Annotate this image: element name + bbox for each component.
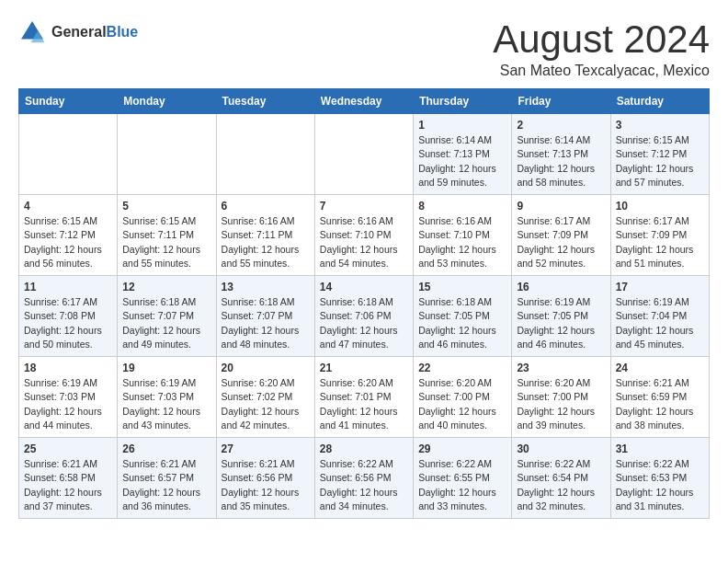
day-number: 8 [418,200,506,213]
day-cell: 20Sunrise: 6:20 AM Sunset: 7:02 PM Dayli… [216,357,314,438]
location: San Mateo Texcalyacac, Mexico [493,63,710,79]
day-number: 17 [616,281,704,293]
day-number: 2 [517,119,605,132]
day-cell: 11Sunrise: 6:17 AM Sunset: 7:08 PM Dayli… [19,276,118,357]
day-number: 12 [122,281,210,293]
day-number: 16 [517,281,605,293]
day-cell [118,114,216,195]
day-number: 25 [24,442,112,455]
day-number: 18 [24,362,112,374]
header-friday: Friday [512,89,610,114]
day-cell: 14Sunrise: 6:18 AM Sunset: 7:06 PM Dayli… [314,276,413,357]
day-info: Sunrise: 6:18 AM Sunset: 7:06 PM Dayligh… [320,295,408,351]
day-cell [314,114,413,195]
logo-general: General [51,24,107,40]
day-info: Sunrise: 6:20 AM Sunset: 7:02 PM Dayligh… [222,376,310,432]
day-info: Sunrise: 6:21 AM Sunset: 6:57 PM Dayligh… [122,457,210,513]
header-saturday: Saturday [610,89,709,114]
day-cell: 22Sunrise: 6:20 AM Sunset: 7:00 PM Dayli… [414,357,512,438]
day-cell: 25Sunrise: 6:21 AM Sunset: 6:58 PM Dayli… [19,438,118,519]
day-info: Sunrise: 6:18 AM Sunset: 7:05 PM Dayligh… [418,295,506,351]
day-cell: 17Sunrise: 6:19 AM Sunset: 7:04 PM Dayli… [610,276,709,357]
day-cell: 19Sunrise: 6:19 AM Sunset: 7:03 PM Dayli… [118,357,216,438]
day-info: Sunrise: 6:21 AM Sunset: 6:58 PM Dayligh… [24,457,112,513]
logo-icon [18,18,46,46]
day-cell: 1Sunrise: 6:14 AM Sunset: 7:13 PM Daylig… [414,114,512,195]
logo-blue: Blue [107,24,139,40]
day-info: Sunrise: 6:16 AM Sunset: 7:10 PM Dayligh… [320,214,408,270]
day-number: 27 [222,442,310,455]
day-number: 30 [517,442,605,455]
day-cell: 24Sunrise: 6:21 AM Sunset: 6:59 PM Dayli… [610,357,709,438]
day-number: 4 [24,200,112,213]
day-cell: 15Sunrise: 6:18 AM Sunset: 7:05 PM Dayli… [414,276,512,357]
day-info: Sunrise: 6:18 AM Sunset: 7:07 PM Dayligh… [222,295,310,351]
day-cell: 26Sunrise: 6:21 AM Sunset: 6:57 PM Dayli… [118,438,216,519]
day-number: 3 [616,119,704,132]
day-info: Sunrise: 6:18 AM Sunset: 7:07 PM Dayligh… [122,295,210,351]
header-sunday: Sunday [19,89,118,114]
day-number: 7 [320,200,408,213]
day-number: 28 [320,442,408,455]
day-cell: 13Sunrise: 6:18 AM Sunset: 7:07 PM Dayli… [216,276,314,357]
day-info: Sunrise: 6:14 AM Sunset: 7:13 PM Dayligh… [517,133,605,190]
title-block: August 2024 San Mateo Texcalyacac, Mexic… [493,18,710,79]
day-number: 20 [222,362,310,374]
day-info: Sunrise: 6:17 AM Sunset: 7:09 PM Dayligh… [517,214,605,270]
day-info: Sunrise: 6:14 AM Sunset: 7:13 PM Dayligh… [418,133,506,190]
day-cell: 9Sunrise: 6:17 AM Sunset: 7:09 PM Daylig… [512,195,610,276]
day-info: Sunrise: 6:21 AM Sunset: 6:59 PM Dayligh… [616,376,704,432]
day-cell: 28Sunrise: 6:22 AM Sunset: 6:56 PM Dayli… [314,438,413,519]
day-cell: 16Sunrise: 6:19 AM Sunset: 7:05 PM Dayli… [512,276,610,357]
day-info: Sunrise: 6:16 AM Sunset: 7:11 PM Dayligh… [222,214,310,270]
day-info: Sunrise: 6:17 AM Sunset: 7:08 PM Dayligh… [24,295,112,351]
header-wednesday: Wednesday [314,89,413,114]
day-number: 5 [122,200,210,213]
day-info: Sunrise: 6:15 AM Sunset: 7:12 PM Dayligh… [24,214,112,270]
header-thursday: Thursday [414,89,512,114]
day-cell: 5Sunrise: 6:15 AM Sunset: 7:11 PM Daylig… [118,195,216,276]
month-title: August 2024 [493,18,710,61]
day-cell: 23Sunrise: 6:20 AM Sunset: 7:00 PM Dayli… [512,357,610,438]
day-info: Sunrise: 6:20 AM Sunset: 7:01 PM Dayligh… [320,376,408,432]
day-number: 21 [320,362,408,374]
day-cell: 27Sunrise: 6:21 AM Sunset: 6:56 PM Dayli… [216,438,314,519]
day-number: 10 [616,200,704,213]
day-info: Sunrise: 6:19 AM Sunset: 7:03 PM Dayligh… [122,376,210,432]
day-cell: 4Sunrise: 6:15 AM Sunset: 7:12 PM Daylig… [19,195,118,276]
day-number: 15 [418,281,506,293]
day-info: Sunrise: 6:19 AM Sunset: 7:04 PM Dayligh… [616,295,704,351]
day-number: 14 [320,281,408,293]
day-number: 6 [222,200,310,213]
day-info: Sunrise: 6:22 AM Sunset: 6:54 PM Dayligh… [517,457,605,513]
day-cell: 10Sunrise: 6:17 AM Sunset: 7:09 PM Dayli… [610,195,709,276]
day-number: 19 [122,362,210,374]
page-header: GeneralBlue August 2024 San Mateo Texcal… [18,18,710,79]
week-row-4: 18Sunrise: 6:19 AM Sunset: 7:03 PM Dayli… [19,357,710,438]
day-info: Sunrise: 6:20 AM Sunset: 7:00 PM Dayligh… [517,376,605,432]
day-cell: 2Sunrise: 6:14 AM Sunset: 7:13 PM Daylig… [512,114,610,195]
day-info: Sunrise: 6:15 AM Sunset: 7:12 PM Dayligh… [616,133,704,190]
header-monday: Monday [118,89,216,114]
day-cell: 7Sunrise: 6:16 AM Sunset: 7:10 PM Daylig… [314,195,413,276]
day-cell: 29Sunrise: 6:22 AM Sunset: 6:55 PM Dayli… [414,438,512,519]
day-cell [216,114,314,195]
week-row-1: 1Sunrise: 6:14 AM Sunset: 7:13 PM Daylig… [19,114,710,195]
day-number: 22 [418,362,506,374]
day-number: 29 [418,442,506,455]
day-cell: 12Sunrise: 6:18 AM Sunset: 7:07 PM Dayli… [118,276,216,357]
day-info: Sunrise: 6:16 AM Sunset: 7:10 PM Dayligh… [418,214,506,270]
day-info: Sunrise: 6:20 AM Sunset: 7:00 PM Dayligh… [418,376,506,432]
day-cell: 6Sunrise: 6:16 AM Sunset: 7:11 PM Daylig… [216,195,314,276]
day-info: Sunrise: 6:17 AM Sunset: 7:09 PM Dayligh… [616,214,704,270]
day-cell: 3Sunrise: 6:15 AM Sunset: 7:12 PM Daylig… [610,114,709,195]
day-cell [19,114,118,195]
day-info: Sunrise: 6:19 AM Sunset: 7:03 PM Dayligh… [24,376,112,432]
day-info: Sunrise: 6:21 AM Sunset: 6:56 PM Dayligh… [222,457,310,513]
calendar-table: SundayMondayTuesdayWednesdayThursdayFrid… [18,88,710,519]
logo: GeneralBlue [18,18,138,46]
day-info: Sunrise: 6:22 AM Sunset: 6:53 PM Dayligh… [616,457,704,513]
day-info: Sunrise: 6:22 AM Sunset: 6:56 PM Dayligh… [320,457,408,513]
day-cell: 31Sunrise: 6:22 AM Sunset: 6:53 PM Dayli… [610,438,709,519]
day-cell: 21Sunrise: 6:20 AM Sunset: 7:01 PM Dayli… [314,357,413,438]
